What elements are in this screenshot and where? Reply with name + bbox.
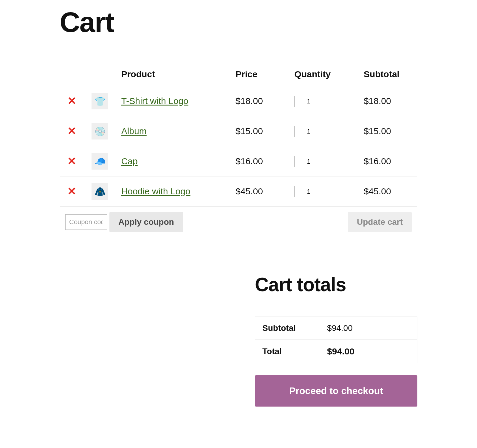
item-price: $15.00: [230, 116, 289, 146]
table-row: ✕👕T-Shirt with Logo$18.00$18.00: [60, 86, 417, 116]
remove-icon[interactable]: ✕: [67, 186, 76, 197]
col-thumb-header: [84, 63, 116, 86]
subtotal-label: Subtotal: [255, 317, 320, 340]
table-row: ✕💿Album$15.00$15.00: [60, 116, 417, 146]
item-price: $18.00: [230, 86, 289, 116]
item-subtotal: $45.00: [358, 176, 417, 207]
apply-coupon-button[interactable]: Apply coupon: [109, 212, 183, 232]
cart-totals-title: Cart totals: [255, 274, 417, 296]
col-remove-header: [60, 63, 84, 86]
table-row: ✕🧥Hoodie with Logo$45.00$45.00: [60, 176, 417, 207]
checkout-button[interactable]: Proceed to checkout: [255, 375, 417, 407]
product-link[interactable]: Cap: [121, 156, 138, 166]
col-qty-header: Quantity: [289, 63, 358, 86]
total-label: Total: [255, 340, 320, 363]
remove-icon[interactable]: ✕: [67, 96, 76, 106]
coupon-input[interactable]: [65, 214, 107, 230]
product-link[interactable]: Hoodie with Logo: [121, 186, 191, 196]
remove-icon[interactable]: ✕: [67, 126, 76, 137]
product-link[interactable]: T-Shirt with Logo: [121, 96, 188, 106]
cart-actions-row: Apply coupon Update cart: [60, 207, 417, 238]
quantity-input[interactable]: [295, 186, 323, 197]
col-subtotal-header: Subtotal: [358, 63, 417, 86]
product-thumb: 💿: [92, 123, 108, 139]
product-thumb: 🧥: [92, 183, 108, 200]
cart-table: Product Price Quantity Subtotal ✕👕T-Shir…: [60, 62, 417, 238]
item-subtotal: $16.00: [358, 146, 417, 176]
item-price: $16.00: [230, 146, 289, 176]
cart-totals-table: Subtotal $94.00 Total $94.00: [255, 317, 417, 363]
quantity-input[interactable]: [295, 96, 323, 107]
cart-totals-section: Cart totals Subtotal $94.00 Total $94.00…: [255, 274, 417, 407]
col-product-header: Product: [116, 63, 230, 86]
item-subtotal: $15.00: [358, 116, 417, 146]
item-price: $45.00: [230, 176, 289, 207]
total-value: $94.00: [320, 340, 417, 363]
table-row: ✕🧢Cap$16.00$16.00: [60, 146, 417, 176]
product-link[interactable]: Album: [121, 126, 147, 136]
page-title: Cart: [60, 6, 417, 38]
product-thumb: 👕: [92, 93, 108, 109]
product-thumb: 🧢: [92, 153, 108, 170]
remove-icon[interactable]: ✕: [67, 156, 76, 167]
coupon-group: Apply coupon: [65, 212, 183, 232]
item-subtotal: $18.00: [358, 86, 417, 116]
quantity-input[interactable]: [295, 126, 323, 137]
col-price-header: Price: [230, 63, 289, 86]
subtotal-value: $94.00: [320, 317, 417, 340]
update-cart-button[interactable]: Update cart: [348, 212, 412, 232]
quantity-input[interactable]: [295, 156, 323, 167]
